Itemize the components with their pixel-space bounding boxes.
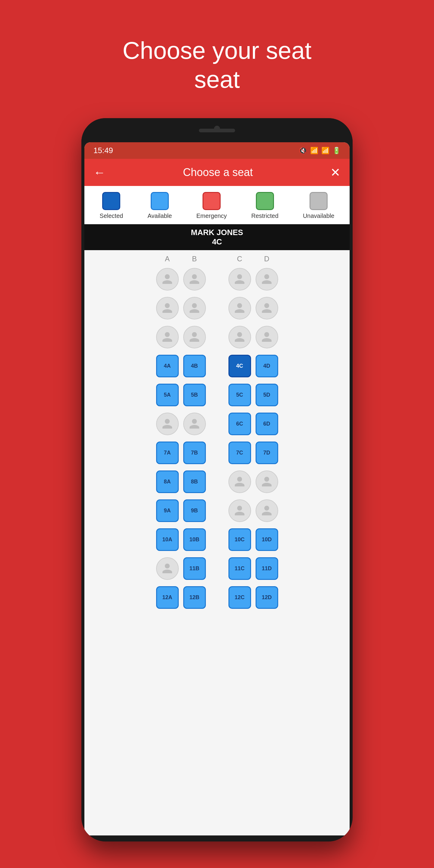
phone-screen: 15:49 🔇 📶 📶 🔋 ← Choose a seat ✕ Selected xyxy=(84,142,350,835)
selected-icon xyxy=(102,192,120,210)
unavail-seat xyxy=(156,557,179,580)
column-headers: A B C D xyxy=(84,250,350,265)
seat-row-5: 5A 5B 5C 5D xyxy=(84,380,350,409)
seat-4A[interactable]: 4A xyxy=(156,355,179,377)
unavail-seat xyxy=(228,470,251,493)
passenger-name: MARK JONES xyxy=(191,228,243,237)
legend-emergency: Emergency xyxy=(196,192,227,219)
passenger-banner: MARK JONES 4C xyxy=(84,224,350,250)
wifi-icon: 📶 xyxy=(310,147,318,155)
available-label: Available xyxy=(148,213,172,219)
seat-4D[interactable]: 4D xyxy=(255,355,278,377)
status-time: 15:49 xyxy=(93,146,113,155)
col-c: C xyxy=(227,255,252,263)
seat-4B[interactable]: 4B xyxy=(183,355,206,377)
unavail-seat xyxy=(183,297,206,319)
seat-10C[interactable]: 10C xyxy=(228,528,251,551)
unavail-seat xyxy=(255,499,278,522)
phone-mockup: 15:49 🔇 📶 📶 🔋 ← Choose a seat ✕ Selected xyxy=(82,118,352,841)
seat-4C[interactable]: 4C xyxy=(228,355,251,377)
signal-icon: 📶 xyxy=(321,147,330,155)
seat-9A[interactable]: 9A xyxy=(156,499,179,522)
seat-5A[interactable]: 5A xyxy=(156,384,179,406)
selected-label: Selected xyxy=(100,213,123,219)
legend-bar: Selected Available Emergency Restricted xyxy=(84,186,350,224)
seat-7A[interactable]: 7A xyxy=(156,441,179,464)
unavail-seat xyxy=(228,297,251,319)
seat-row-8: 8A 8B xyxy=(84,467,350,496)
seat-8A[interactable]: 8A xyxy=(156,470,179,493)
unavail-seat xyxy=(255,297,278,319)
unavailable-icon xyxy=(310,192,328,210)
close-button[interactable]: ✕ xyxy=(330,165,341,179)
seat-map[interactable]: A B C D xyxy=(84,250,350,835)
page-title: Choose your seat seat xyxy=(122,36,311,94)
seat-row-7: 7A 7B 7C 7D xyxy=(84,438,350,467)
seat-row xyxy=(84,322,350,351)
seat-row-12: 12A 12B 12C 12D xyxy=(84,583,350,612)
col-d: D xyxy=(255,255,279,263)
legend-unavailable: Unavailable xyxy=(303,192,335,219)
seat-row xyxy=(84,293,350,322)
unavail-seat xyxy=(228,268,251,290)
col-b: B xyxy=(182,255,207,263)
unavail-seat xyxy=(228,326,251,348)
restricted-label: Restricted xyxy=(251,213,278,219)
phone-notch xyxy=(82,118,352,142)
unavail-seat xyxy=(183,268,206,290)
unavail-seat xyxy=(156,268,179,290)
seat-11C[interactable]: 11C xyxy=(228,557,251,580)
seat-12D[interactable]: 12D xyxy=(255,586,278,609)
unavail-seat xyxy=(156,297,179,319)
seat-7C[interactable]: 7C xyxy=(228,441,251,464)
unavail-seat xyxy=(156,326,179,348)
seat-6D[interactable]: 6D xyxy=(255,412,278,435)
seat-row xyxy=(84,265,350,293)
seat-12B[interactable]: 12B xyxy=(183,586,206,609)
header-title: Choose a seat xyxy=(183,166,253,179)
seat-6C[interactable]: 6C xyxy=(228,412,251,435)
unavail-seat xyxy=(255,326,278,348)
col-a: A xyxy=(155,255,179,263)
seat-10B[interactable]: 10B xyxy=(183,528,206,551)
unavail-seat xyxy=(156,412,179,435)
status-bar: 15:49 🔇 📶 📶 🔋 xyxy=(84,142,350,159)
unavail-seat xyxy=(255,470,278,493)
seat-9B[interactable]: 9B xyxy=(183,499,206,522)
unavail-seat xyxy=(228,499,251,522)
seat-7B[interactable]: 7B xyxy=(183,441,206,464)
app-header: ← Choose a seat ✕ xyxy=(84,159,350,186)
seat-row-9: 9A 9B xyxy=(84,496,350,525)
seat-10A[interactable]: 10A xyxy=(156,528,179,551)
seat-row-4: 4A 4B 4C 4D xyxy=(84,351,350,380)
unavailable-label: Unavailable xyxy=(303,213,335,219)
seat-12C[interactable]: 12C xyxy=(228,586,251,609)
speaker xyxy=(199,129,235,132)
back-button[interactable]: ← xyxy=(93,166,105,179)
seat-11D[interactable]: 11D xyxy=(255,557,278,580)
legend-restricted: Restricted xyxy=(251,192,278,219)
status-icons: 🔇 📶 📶 🔋 xyxy=(299,147,341,155)
seat-10D[interactable]: 10D xyxy=(255,528,278,551)
seat-row-10: 10A 10B 10C 10D xyxy=(84,525,350,554)
legend-available: Available xyxy=(148,192,172,219)
passenger-seat: 4C xyxy=(212,237,222,246)
seat-5C[interactable]: 5C xyxy=(228,384,251,406)
seat-5B[interactable]: 5B xyxy=(183,384,206,406)
mute-icon: 🔇 xyxy=(299,147,307,155)
emergency-label: Emergency xyxy=(196,213,227,219)
battery-icon: 🔋 xyxy=(333,147,341,155)
legend-selected: Selected xyxy=(100,192,123,219)
available-icon xyxy=(151,192,169,210)
seat-11B[interactable]: 11B xyxy=(183,557,206,580)
unavail-seat xyxy=(255,268,278,290)
seat-5D[interactable]: 5D xyxy=(255,384,278,406)
seat-12A[interactable]: 12A xyxy=(156,586,179,609)
seat-7D[interactable]: 7D xyxy=(255,441,278,464)
emergency-icon xyxy=(203,192,221,210)
seat-8B[interactable]: 8B xyxy=(183,470,206,493)
seat-row-6: 6C 6D xyxy=(84,409,350,438)
restricted-icon xyxy=(256,192,274,210)
unavail-seat xyxy=(183,326,206,348)
unavail-seat xyxy=(183,412,206,435)
